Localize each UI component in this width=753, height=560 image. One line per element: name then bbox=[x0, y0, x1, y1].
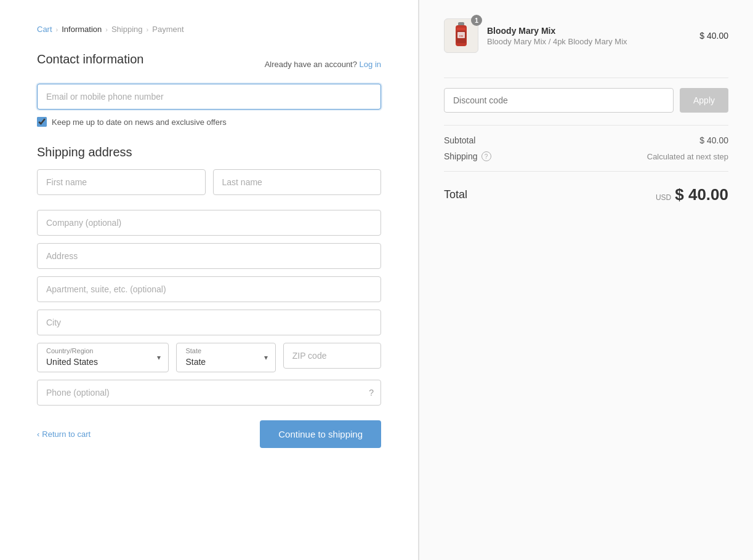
city-input[interactable] bbox=[37, 310, 381, 335]
address-group bbox=[37, 243, 381, 269]
shipping-help-icon[interactable]: ? bbox=[481, 151, 491, 161]
name-row bbox=[37, 169, 381, 202]
continue-to-shipping-button[interactable]: Continue to shipping bbox=[260, 420, 381, 448]
item-quantity-badge: 1 bbox=[471, 15, 482, 26]
return-label: Return to cart bbox=[42, 430, 91, 439]
first-name-group bbox=[37, 169, 206, 195]
newsletter-label[interactable]: Keep me up to date on news and exclusive… bbox=[52, 118, 227, 127]
breadcrumb-sep-2: › bbox=[105, 26, 108, 33]
left-panel: Cart › Information › Shipping › Payment … bbox=[0, 0, 419, 560]
address-input[interactable] bbox=[37, 243, 381, 269]
newsletter-row: Keep me up to date on news and exclusive… bbox=[37, 117, 381, 127]
state-select[interactable]: State bbox=[177, 343, 275, 372]
total-currency: USD bbox=[656, 193, 671, 202]
contact-title: Contact information bbox=[37, 52, 143, 66]
item-image-wrapper: BM 1 bbox=[444, 18, 478, 53]
shipping-value: Calculated at next step bbox=[647, 152, 728, 161]
breadcrumb-shipping: Shipping bbox=[111, 25, 143, 34]
total-amount-group: USD $ 40.00 bbox=[656, 185, 728, 204]
total-row: Total USD $ 40.00 bbox=[444, 182, 728, 204]
state-group: State State ▾ bbox=[176, 343, 275, 372]
phone-wrapper: ? bbox=[37, 380, 381, 406]
svg-text:BM: BM bbox=[459, 34, 463, 38]
city-group bbox=[37, 310, 381, 335]
item-details: Bloody Mary Mix Bloody Mary Mix / 4pk Bl… bbox=[487, 26, 691, 46]
breadcrumb-sep-3: › bbox=[147, 26, 149, 33]
zip-input[interactable] bbox=[283, 343, 381, 369]
company-input[interactable] bbox=[37, 210, 381, 236]
order-divider-3 bbox=[444, 171, 728, 172]
svg-rect-2 bbox=[457, 28, 465, 30]
log-in-link[interactable]: Log in bbox=[360, 60, 381, 69]
total-label: Total bbox=[444, 188, 467, 201]
apply-discount-button[interactable]: Apply bbox=[680, 88, 728, 113]
shipping-address-section: Shipping address bbox=[37, 145, 381, 406]
zip-group bbox=[283, 343, 381, 372]
last-name-input[interactable] bbox=[213, 169, 382, 195]
contact-header: Contact information Already have an acco… bbox=[37, 52, 381, 76]
subtotal-value: $ 40.00 bbox=[699, 135, 728, 145]
subtotal-label: Subtotal bbox=[444, 135, 475, 145]
breadcrumb-payment: Payment bbox=[152, 25, 183, 34]
order-item: BM 1 Bloody Mary Mix Bloody Mary Mix / 4… bbox=[444, 18, 728, 65]
shipping-label-group: Shipping ? bbox=[444, 151, 491, 161]
login-prompt: Already have an account? Log in bbox=[265, 60, 381, 69]
shipping-title: Shipping address bbox=[37, 145, 381, 159]
return-to-cart-link[interactable]: ‹ Return to cart bbox=[37, 430, 91, 439]
breadcrumb: Cart › Information › Shipping › Payment bbox=[37, 25, 381, 34]
company-group bbox=[37, 210, 381, 236]
phone-input[interactable] bbox=[37, 380, 381, 406]
email-input-wrapper bbox=[37, 84, 381, 110]
first-name-input[interactable] bbox=[37, 169, 206, 195]
apt-input[interactable] bbox=[37, 276, 381, 302]
country-select[interactable]: United States bbox=[38, 343, 168, 372]
chevron-left-icon: ‹ bbox=[37, 430, 39, 439]
total-amount: $ 40.00 bbox=[675, 185, 728, 204]
item-name: Bloody Mary Mix bbox=[487, 26, 691, 36]
order-divider-2 bbox=[444, 125, 728, 126]
country-group: Country/Region United States ▾ bbox=[37, 343, 169, 372]
item-variant: Bloody Mary Mix / 4pk Bloody Mary Mix bbox=[487, 37, 691, 46]
newsletter-checkbox[interactable] bbox=[37, 117, 47, 127]
last-name-group bbox=[213, 169, 382, 195]
email-input[interactable] bbox=[37, 84, 381, 110]
apt-group bbox=[37, 276, 381, 302]
breadcrumb-sep-1: › bbox=[56, 26, 58, 33]
subtotal-row: Subtotal $ 40.00 bbox=[444, 135, 728, 145]
bottle-icon: BM bbox=[452, 22, 470, 49]
item-price: $ 40.00 bbox=[699, 31, 728, 41]
shipping-row: Shipping ? Calculated at next step bbox=[444, 151, 728, 161]
phone-help-icon[interactable]: ? bbox=[369, 388, 374, 398]
form-footer: ‹ Return to cart Continue to shipping bbox=[37, 420, 381, 448]
discount-row: Apply bbox=[444, 88, 728, 113]
order-divider-1 bbox=[444, 78, 728, 78]
right-panel: BM 1 Bloody Mary Mix Bloody Mary Mix / 4… bbox=[419, 0, 753, 560]
shipping-label: Shipping bbox=[444, 151, 478, 161]
discount-input[interactable] bbox=[444, 88, 674, 113]
breadcrumb-cart[interactable]: Cart bbox=[37, 25, 52, 34]
breadcrumb-information: Information bbox=[62, 25, 102, 34]
address-bottom-row: Country/Region United States ▾ State Sta… bbox=[37, 343, 381, 372]
